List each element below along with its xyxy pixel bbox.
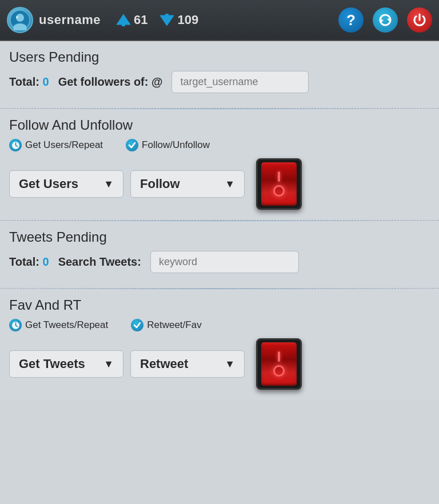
tweets-total-label: Total: 0 (9, 255, 49, 269)
tweets-total-value: 0 (43, 255, 49, 268)
get-users-dropdown-arrow: ▼ (103, 178, 114, 190)
clock-icon-2 (9, 319, 22, 331)
arrow-down-icon (159, 12, 175, 28)
svg-marker-9 (380, 18, 384, 23)
svg-marker-4 (117, 14, 130, 25)
avatar (7, 7, 33, 33)
fav-power-toggle[interactable] (256, 338, 302, 390)
arrow-up-icon (115, 12, 131, 28)
header-username: username (39, 13, 101, 27)
toggle-line-1 (278, 171, 280, 182)
follow-unfollow-label: Follow/Unfollow (126, 139, 210, 151)
follow-dropdown[interactable]: Follow ▼ (130, 170, 245, 198)
svg-rect-7 (165, 14, 169, 17)
target-username-input[interactable] (171, 71, 309, 93)
power-icon (412, 13, 427, 27)
retweet-fav-label: Retweet/Fav (131, 319, 201, 331)
keyword-input[interactable] (150, 251, 299, 273)
users-pending-title: Users Pending (9, 49, 430, 65)
svg-marker-6 (160, 15, 174, 26)
followers-up-count: 61 (134, 13, 147, 27)
follow-dropdowns-row: Get Users ▼ Follow ▼ (9, 158, 430, 210)
check-icon-2 (131, 319, 143, 331)
svg-point-3 (16, 16, 18, 18)
retweet-dropdown-arrow: ▼ (225, 358, 235, 370)
fav-rt-title: Fav And RT (9, 297, 430, 313)
follow-unfollow-section: Follow And Unfollow Get Users/Repeat Fol… (0, 109, 439, 221)
avatar-icon (10, 10, 30, 30)
check-icon-1 (126, 139, 138, 151)
refresh-icon (378, 13, 393, 27)
tweets-pending-row: Total: 0 Search Tweets: (9, 251, 430, 273)
toggle-circle-1 (273, 185, 285, 197)
fav-toggle-inner (261, 342, 297, 386)
followers-up-stat: 61 (115, 12, 147, 28)
get-tweets-dropdown[interactable]: Get Tweets ▼ (9, 350, 123, 378)
users-total-label: Total: 0 (9, 75, 49, 89)
power-button[interactable] (407, 7, 432, 33)
fav-rt-section: Fav And RT Get Tweets/Repeat Retweet/Fav (0, 289, 439, 400)
help-button[interactable]: ? (338, 7, 364, 33)
users-pending-row: Total: 0 Get followers of: @ (9, 71, 430, 93)
follow-unfollow-title: Follow And Unfollow (9, 117, 430, 133)
followers-down-stat: 109 (159, 12, 198, 28)
follow-power-toggle[interactable] (256, 158, 302, 210)
get-users-repeat-label: Get Users/Repeat (9, 139, 103, 151)
follow-controls-row: Get Users/Repeat Follow/Unfollow (9, 139, 430, 151)
follow-dropdown-arrow: ▼ (225, 178, 235, 190)
retweet-dropdown[interactable]: Retweet ▼ (130, 350, 245, 378)
fav-controls-row: Get Tweets/Repeat Retweet/Fav (9, 319, 430, 331)
users-total-value: 0 (43, 75, 49, 88)
get-tweets-repeat-label: Get Tweets/Repeat (9, 319, 108, 331)
followers-down-count: 109 (177, 13, 198, 27)
toggle-circle-2 (273, 365, 285, 377)
get-users-dropdown[interactable]: Get Users ▼ (9, 170, 123, 198)
followers-of-label: Get followers of: @ (58, 75, 163, 89)
fav-dropdowns-row: Get Tweets ▼ Retweet ▼ (9, 338, 430, 390)
refresh-button[interactable] (373, 7, 398, 33)
toggle-line-2 (278, 351, 280, 362)
search-tweets-label: Search Tweets: (58, 255, 141, 269)
clock-icon (9, 139, 22, 151)
users-pending-section: Users Pending Total: 0 Get followers of:… (0, 41, 439, 109)
tweets-pending-title: Tweets Pending (9, 229, 430, 245)
follow-toggle-inner (261, 162, 297, 206)
svg-rect-5 (122, 23, 125, 26)
tweets-pending-section: Tweets Pending Total: 0 Search Tweets: (0, 221, 439, 289)
get-tweets-dropdown-arrow: ▼ (103, 358, 114, 370)
header: username 61 109 ? (0, 0, 439, 41)
